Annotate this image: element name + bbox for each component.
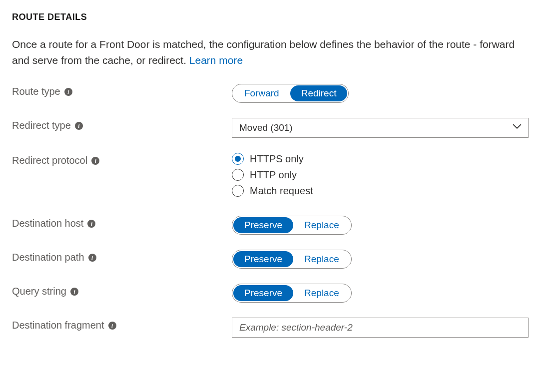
destination-fragment-row: Destination fragment i bbox=[12, 318, 529, 338]
redirect-protocol-row: Redirect protocol i HTTPS only HTTP only… bbox=[12, 153, 529, 201]
destination-path-preserve-option[interactable]: Preserve bbox=[233, 251, 293, 267]
info-icon[interactable]: i bbox=[75, 122, 83, 130]
radio-label: Match request bbox=[250, 185, 313, 197]
radio-icon bbox=[232, 185, 244, 197]
description-body: Once a route for a Front Door is matched… bbox=[12, 38, 515, 66]
query-string-label: Query string i bbox=[12, 284, 232, 297]
redirect-protocol-label-text: Redirect protocol bbox=[12, 155, 87, 166]
redirect-type-label: Redirect type i bbox=[12, 118, 232, 131]
learn-more-link[interactable]: Learn more bbox=[189, 54, 243, 66]
destination-path-label-text: Destination path bbox=[12, 252, 84, 263]
redirect-type-control: Moved (301) bbox=[232, 118, 529, 138]
destination-fragment-label-text: Destination fragment bbox=[12, 320, 104, 331]
redirect-protocol-control: HTTPS only HTTP only Match request bbox=[232, 153, 529, 201]
route-type-label: Route type i bbox=[12, 84, 232, 97]
destination-host-label: Destination host i bbox=[12, 216, 232, 229]
redirect-protocol-radio-group: HTTPS only HTTP only Match request bbox=[232, 153, 529, 197]
info-icon[interactable]: i bbox=[88, 254, 96, 262]
info-icon[interactable]: i bbox=[91, 157, 99, 165]
query-string-control: Preserve Replace bbox=[232, 284, 529, 303]
info-icon[interactable]: i bbox=[87, 220, 95, 228]
destination-host-control: Preserve Replace bbox=[232, 216, 529, 235]
description-text: Once a route for a Front Door is matched… bbox=[12, 36, 522, 68]
query-string-row: Query string i Preserve Replace bbox=[12, 284, 529, 303]
redirect-protocol-https-only[interactable]: HTTPS only bbox=[232, 153, 529, 165]
radio-label: HTTP only bbox=[250, 169, 297, 181]
destination-host-label-text: Destination host bbox=[12, 218, 83, 229]
route-type-control: Forward Redirect bbox=[232, 84, 529, 103]
route-type-label-text: Route type bbox=[12, 86, 60, 97]
route-type-redirect-option[interactable]: Redirect bbox=[290, 85, 348, 101]
redirect-type-select[interactable]: Moved (301) bbox=[232, 118, 529, 138]
radio-label: HTTPS only bbox=[250, 153, 304, 165]
redirect-type-row: Redirect type i Moved (301) bbox=[12, 118, 529, 138]
route-type-row: Route type i Forward Redirect bbox=[12, 84, 529, 103]
route-type-forward-option[interactable]: Forward bbox=[233, 85, 290, 101]
destination-path-replace-option[interactable]: Replace bbox=[293, 251, 350, 267]
destination-host-toggle: Preserve Replace bbox=[232, 216, 352, 235]
info-icon[interactable]: i bbox=[108, 322, 116, 330]
radio-icon bbox=[232, 153, 244, 165]
info-icon[interactable]: i bbox=[64, 88, 72, 96]
query-string-replace-option[interactable]: Replace bbox=[293, 285, 350, 301]
redirect-protocol-label: Redirect protocol i bbox=[12, 153, 232, 166]
destination-host-replace-option[interactable]: Replace bbox=[293, 217, 350, 233]
destination-fragment-label: Destination fragment i bbox=[12, 318, 232, 331]
redirect-protocol-http-only[interactable]: HTTP only bbox=[232, 169, 529, 181]
destination-host-preserve-option[interactable]: Preserve bbox=[233, 217, 293, 233]
redirect-protocol-match-request[interactable]: Match request bbox=[232, 185, 529, 197]
destination-fragment-input[interactable] bbox=[232, 318, 529, 338]
destination-host-row: Destination host i Preserve Replace bbox=[12, 216, 529, 235]
query-string-label-text: Query string bbox=[12, 286, 66, 297]
query-string-preserve-option[interactable]: Preserve bbox=[233, 285, 293, 301]
redirect-type-select-wrap: Moved (301) bbox=[232, 118, 529, 138]
destination-path-row: Destination path i Preserve Replace bbox=[12, 250, 529, 269]
route-type-toggle: Forward Redirect bbox=[232, 84, 349, 103]
query-string-toggle: Preserve Replace bbox=[232, 284, 352, 303]
destination-path-label: Destination path i bbox=[12, 250, 232, 263]
destination-path-toggle: Preserve Replace bbox=[232, 250, 352, 269]
section-header: ROUTE DETAILS bbox=[12, 12, 529, 22]
info-icon[interactable]: i bbox=[70, 288, 78, 296]
destination-fragment-control bbox=[232, 318, 529, 338]
destination-path-control: Preserve Replace bbox=[232, 250, 529, 269]
redirect-type-label-text: Redirect type bbox=[12, 120, 71, 131]
radio-icon bbox=[232, 169, 244, 181]
